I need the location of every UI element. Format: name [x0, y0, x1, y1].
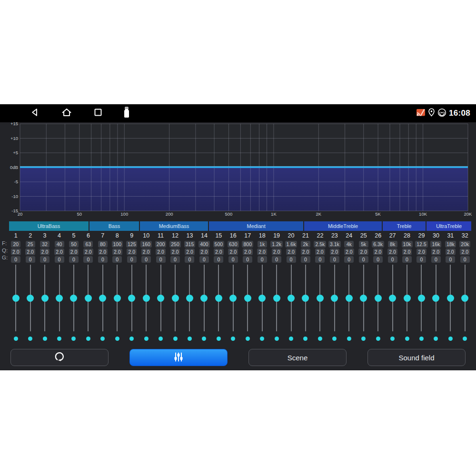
q-value-chip[interactable]: 2.0 — [141, 248, 151, 255]
slider-knob[interactable] — [12, 295, 20, 302]
frequency-value-chip[interactable]: 1.2k — [270, 241, 283, 248]
band-indicator-dot[interactable] — [448, 337, 453, 341]
q-value-chip[interactable]: 2.0 — [286, 248, 296, 255]
frequency-value-chip[interactable]: 100 — [112, 241, 123, 248]
gain-slider[interactable] — [67, 265, 81, 331]
gain-value-chip[interactable]: 0 — [388, 256, 397, 263]
q-value-chip[interactable]: 2.0 — [127, 248, 137, 255]
gain-value-chip[interactable]: 0 — [214, 256, 223, 263]
gain-slider[interactable] — [139, 265, 153, 331]
band-group-bass[interactable]: Bass — [89, 221, 139, 231]
slider-knob[interactable] — [27, 295, 34, 302]
q-value-chip[interactable]: 2.0 — [11, 248, 21, 255]
band-indicator-dot[interactable] — [86, 337, 90, 341]
frequency-value-chip[interactable]: 8k — [388, 241, 397, 248]
gain-value-chip[interactable]: 0 — [330, 256, 339, 263]
q-value-chip[interactable]: 2.0 — [69, 248, 79, 255]
gain-value-chip[interactable]: 0 — [98, 256, 108, 263]
band-indicator-dot[interactable] — [289, 337, 293, 341]
band-indicator-dot[interactable] — [390, 337, 395, 341]
frequency-value-chip[interactable]: 630 — [228, 241, 239, 248]
gain-value-chip[interactable]: 0 — [127, 256, 137, 263]
band-group-ultrabass[interactable]: UltraBass — [9, 221, 89, 231]
frequency-value-chip[interactable]: 315 — [184, 241, 196, 248]
band-indicator-dot[interactable] — [347, 337, 351, 341]
q-value-chip[interactable]: 2.0 — [402, 248, 412, 255]
gain-value-chip[interactable]: 0 — [258, 256, 267, 263]
usb-source-button[interactable] — [117, 104, 136, 122]
slider-knob[interactable] — [114, 295, 121, 302]
frequency-value-chip[interactable]: 125 — [126, 241, 138, 248]
gain-slider[interactable] — [52, 265, 66, 331]
slider-knob[interactable] — [331, 295, 338, 302]
q-value-chip[interactable]: 2.0 — [25, 248, 35, 255]
band-indicator-dot[interactable] — [188, 337, 192, 341]
gain-slider[interactable] — [168, 265, 182, 331]
frequency-value-chip[interactable]: 1.6k — [285, 241, 298, 248]
gain-slider[interactable] — [96, 265, 110, 331]
gain-slider[interactable] — [240, 265, 255, 331]
gain-value-chip[interactable]: 0 — [359, 256, 368, 263]
band-indicator-dot[interactable] — [332, 337, 337, 341]
slider-knob[interactable] — [244, 295, 251, 302]
slider-knob[interactable] — [288, 295, 295, 302]
gain-value-chip[interactable]: 0 — [373, 256, 383, 263]
band-indicator-dot[interactable] — [434, 337, 438, 341]
slider-knob[interactable] — [157, 295, 164, 302]
slider-knob[interactable] — [85, 295, 92, 302]
gain-slider[interactable] — [153, 265, 168, 331]
frequency-value-chip[interactable]: 80 — [98, 241, 108, 248]
q-value-chip[interactable]: 2.0 — [272, 248, 282, 255]
q-value-chip[interactable]: 2.0 — [156, 248, 166, 255]
gain-slider[interactable] — [298, 265, 313, 331]
frequency-value-chip[interactable]: 5k — [359, 241, 368, 248]
band-group-mediant[interactable]: Mediant — [209, 221, 303, 231]
gain-value-chip[interactable]: 0 — [272, 256, 281, 263]
frequency-value-chip[interactable]: 20k — [459, 241, 470, 248]
gain-slider[interactable] — [313, 265, 327, 331]
reset-button[interactable] — [10, 349, 109, 366]
band-indicator-dot[interactable] — [275, 337, 279, 341]
gain-slider[interactable] — [197, 265, 211, 331]
gain-slider[interactable] — [458, 265, 472, 331]
band-indicator-dot[interactable] — [376, 337, 380, 341]
gain-value-chip[interactable]: 0 — [83, 256, 93, 263]
q-value-chip[interactable]: 2.0 — [54, 248, 64, 255]
band-indicator-dot[interactable] — [43, 337, 47, 341]
band-indicator-dot[interactable] — [57, 337, 61, 341]
frequency-value-chip[interactable]: 40 — [55, 241, 64, 248]
slider-knob[interactable] — [432, 295, 439, 302]
gain-slider[interactable] — [284, 265, 298, 331]
frequency-value-chip[interactable]: 500 — [213, 241, 225, 248]
band-indicator-dot[interactable] — [231, 337, 235, 341]
band-indicator-dot[interactable] — [115, 337, 119, 341]
slider-knob[interactable] — [99, 295, 106, 302]
frequency-value-chip[interactable]: 160 — [140, 241, 152, 248]
q-value-chip[interactable]: 2.0 — [170, 248, 180, 255]
q-value-chip[interactable]: 2.0 — [315, 248, 325, 255]
q-value-chip[interactable]: 2.0 — [257, 248, 267, 255]
q-value-chip[interactable]: 2.0 — [431, 248, 441, 255]
q-value-chip[interactable]: 2.0 — [185, 248, 195, 255]
band-indicator-dot[interactable] — [159, 337, 163, 341]
slider-knob[interactable] — [447, 295, 454, 302]
gain-value-chip[interactable]: 0 — [315, 256, 325, 263]
band-indicator-dot[interactable] — [173, 337, 178, 341]
q-value-chip[interactable]: 2.0 — [112, 248, 122, 255]
band-indicator-dot[interactable] — [361, 337, 366, 341]
slider-knob[interactable] — [258, 295, 266, 302]
slider-knob[interactable] — [317, 295, 324, 302]
band-indicator-dot[interactable] — [463, 337, 467, 341]
band-indicator-dot[interactable] — [14, 337, 18, 341]
band-indicator-dot[interactable] — [303, 337, 307, 341]
q-value-chip[interactable]: 2.0 — [98, 248, 108, 255]
frequency-value-chip[interactable]: 2.5k — [314, 241, 326, 248]
band-group-ultratreble[interactable]: UltraTreble — [426, 221, 471, 231]
gain-slider[interactable] — [342, 265, 356, 331]
frequency-value-chip[interactable]: 18k — [445, 241, 456, 248]
band-indicator-dot[interactable] — [405, 337, 409, 341]
frequency-value-chip[interactable]: 200 — [155, 241, 167, 248]
q-value-chip[interactable]: 2.0 — [373, 248, 383, 255]
gain-slider[interactable] — [23, 265, 37, 331]
scene-button[interactable]: Scene — [248, 349, 347, 366]
